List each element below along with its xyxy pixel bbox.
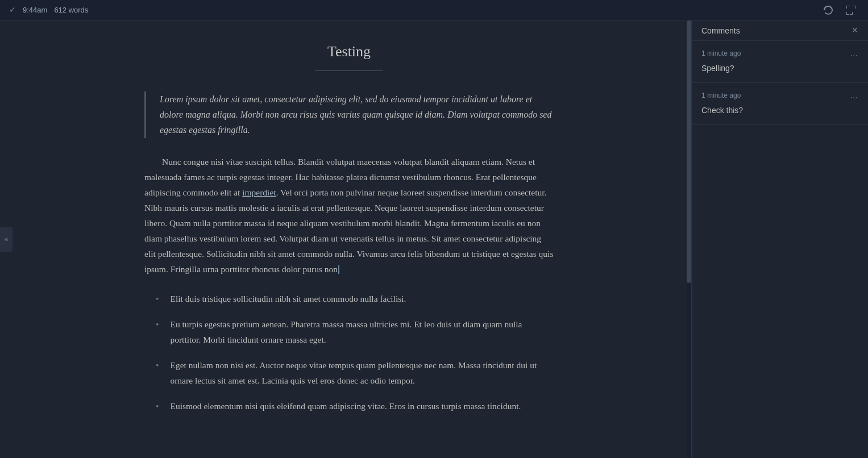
comment-header: 1 minute ago ...: [701, 49, 859, 58]
comment-menu-button[interactable]: ...: [849, 91, 859, 100]
list-item-text: Eget nullam non nisi est. Auctor neque v…: [170, 357, 554, 388]
main-layout: « Testing Lorem ipsum dolor sit amet, co…: [0, 20, 868, 458]
title-divider: [315, 70, 383, 71]
list-item-text: Euismod elementum nisi quis eleifend qua…: [170, 398, 554, 414]
bullet-list: Elit duis tristique sollicitudin nibh si…: [144, 291, 554, 414]
close-comments-button[interactable]: ×: [850, 23, 859, 38]
list-item: Elit duis tristique sollicitudin nibh si…: [167, 291, 554, 306]
word-count: 612 words: [54, 6, 88, 14]
collapse-sidebar-button[interactable]: «: [0, 227, 13, 252]
comment-item: 1 minute ago ... Spelling?: [692, 41, 868, 83]
check-icon: ✓: [9, 5, 16, 15]
sync-icon-btn[interactable]: [820, 3, 836, 17]
blockquote-section: Lorem ipsum dolor sit amet, consectetur …: [144, 91, 554, 138]
comments-panel-header: Comments ×: [692, 20, 868, 41]
list-item-text: Eu turpis egestas pretium aenean. Pharet…: [170, 317, 554, 347]
list-item: Eu turpis egestas pretium aenean. Pharet…: [167, 317, 554, 347]
body-paragraph-after: . Vel orci porta non pulvinar neque laor…: [144, 188, 553, 274]
list-item: Euismod elementum nisi quis eleifend qua…: [167, 398, 554, 414]
comments-panel: Comments × 1 minute ago ... Spelling? 1 …: [692, 20, 868, 458]
body-paragraph: Nunc congue nisi vitae suscipit tellus. …: [144, 154, 554, 277]
editor-scroll-area[interactable]: Testing Lorem ipsum dolor sit amet, cons…: [0, 20, 687, 458]
comment-header: 1 minute ago ...: [701, 91, 859, 100]
comments-panel-title: Comments: [701, 26, 850, 35]
fullscreen-icon-btn[interactable]: [843, 3, 859, 17]
editor-content: Testing Lorem ipsum dolor sit amet, cons…: [99, 43, 588, 414]
scrollbar-thumb[interactable]: [687, 20, 691, 283]
chevron-left-icon: «: [5, 235, 9, 243]
text-cursor: [338, 265, 339, 274]
comment-text: Check this?: [701, 105, 859, 116]
comment-item: 1 minute ago ... Check this?: [692, 83, 868, 125]
comment-timestamp: 1 minute ago: [701, 91, 849, 99]
document-title: Testing: [144, 43, 554, 60]
editor-wrapper: « Testing Lorem ipsum dolor sit amet, co…: [0, 20, 691, 458]
comment-timestamp: 1 minute ago: [701, 49, 849, 57]
topbar: ✓ 9:44am 612 words: [0, 0, 868, 20]
list-item: Eget nullam non nisi est. Auctor neque v…: [167, 357, 554, 388]
highlighted-word: imperdiet: [242, 188, 276, 197]
scrollbar-track[interactable]: [687, 20, 691, 458]
comment-text: Spelling?: [701, 63, 859, 74]
comment-menu-button[interactable]: ...: [849, 49, 859, 58]
blockquote-text: Lorem ipsum dolor sit amet, consectetur …: [160, 91, 554, 138]
current-time: 9:44am: [23, 6, 47, 14]
list-item-text: Elit duis tristique sollicitudin nibh si…: [170, 291, 554, 306]
